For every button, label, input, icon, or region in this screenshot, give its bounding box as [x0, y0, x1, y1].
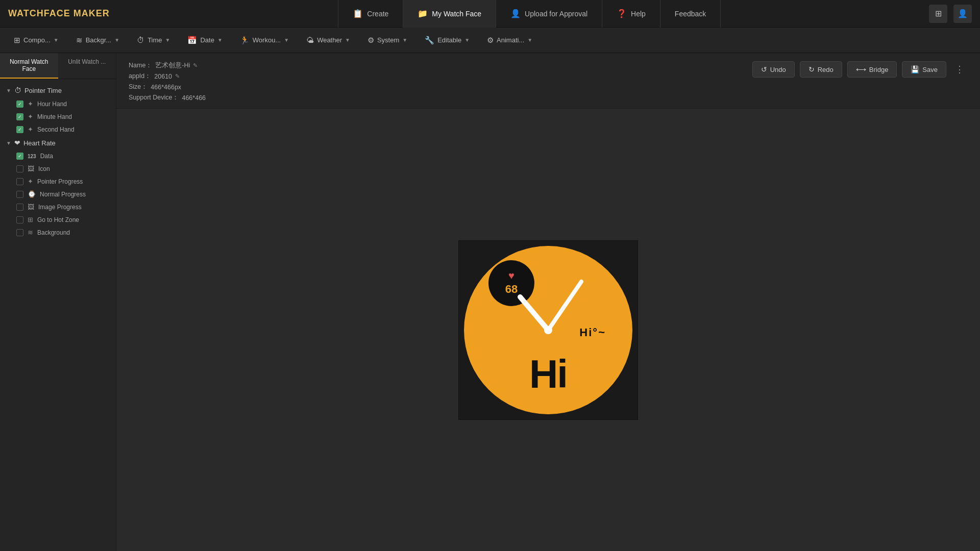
- pointer-progress-checkbox[interactable]: [16, 178, 23, 185]
- animation-icon: ⚙: [487, 36, 494, 45]
- tool-time[interactable]: ⏱ Time ▼: [129, 32, 178, 48]
- redo-icon: ↻: [808, 65, 815, 73]
- support-value: 466*466: [182, 94, 206, 102]
- pointer-progress-icon: ✦: [28, 178, 33, 185]
- icon-label: Icon: [38, 165, 110, 172]
- info-bar: Name： 艺术创意-Hi ✎ appId： 20610 ✎ Size： 466…: [116, 53, 980, 109]
- tree-item-pointer-progress[interactable]: ✦ Pointer Progress: [0, 175, 116, 188]
- icon-item-icon: 🖼: [28, 165, 34, 172]
- upload-icon: 👤: [510, 9, 521, 18]
- bridge-icon: ⟷: [856, 65, 866, 73]
- tool-date[interactable]: 📅 Date ▼: [180, 32, 230, 48]
- pointer-time-icon: ⏱: [14, 86, 21, 94]
- nav-help-label: Help: [631, 10, 646, 18]
- appid-edit-icon[interactable]: ✎: [175, 73, 180, 80]
- info-right: ↺ Undo ↻ Redo ⟷ Bridge 💾 Save ⋮: [752, 61, 968, 78]
- tree-item-image-progress[interactable]: 🖼 Image Progress: [0, 201, 116, 213]
- more-options-button[interactable]: ⋮: [951, 61, 968, 78]
- user-avatar[interactable]: 👤: [953, 5, 972, 23]
- system-icon: ⚙: [368, 36, 374, 45]
- time-icon: ⏱: [137, 36, 144, 44]
- tool-background[interactable]: ≋ Backgr... ▼: [68, 32, 127, 48]
- name-label: Name：: [129, 61, 152, 70]
- support-label: Support Device：: [129, 93, 179, 102]
- tree-group-heart-rate[interactable]: ▼ ❤ Heart Rate: [0, 136, 116, 150]
- hour-hand-checkbox[interactable]: [16, 101, 23, 108]
- nav-upload[interactable]: 👤 Upload for Approval: [496, 0, 602, 28]
- second-hand-label: Second Hand: [37, 126, 110, 133]
- undo-label: Undo: [770, 66, 786, 73]
- minute-hand-checkbox[interactable]: [16, 113, 23, 120]
- image-progress-checkbox[interactable]: [16, 204, 23, 211]
- tree-item-hour-hand[interactable]: ✦ Hour Hand: [0, 97, 116, 110]
- sidebar-background-label: Background: [37, 229, 110, 236]
- second-hand-checkbox[interactable]: [16, 126, 23, 133]
- info-left: Name： 艺术创意-Hi ✎ appId： 20610 ✎ Size： 466…: [129, 61, 206, 102]
- time-chevron: ▼: [165, 37, 170, 43]
- create-icon: 📋: [353, 9, 363, 18]
- tab-unlit-watch[interactable]: Unlit Watch ...: [58, 53, 116, 79]
- sidebar-background-checkbox[interactable]: [16, 229, 23, 236]
- redo-button[interactable]: ↻ Redo: [800, 61, 842, 78]
- editable-icon: 🔧: [425, 36, 434, 45]
- svg-point-2: [544, 326, 552, 334]
- my-watch-face-icon: 📁: [418, 9, 428, 18]
- nav-help[interactable]: ❓ Help: [602, 0, 660, 28]
- redo-label: Redo: [818, 66, 834, 73]
- pointer-progress-label: Pointer Progress: [37, 178, 110, 185]
- logo-text1: WATCHFACE: [8, 8, 70, 18]
- nav-my-watch-face[interactable]: 📁 My Watch Face: [403, 0, 496, 28]
- name-edit-icon[interactable]: ✎: [193, 62, 198, 69]
- grid-view-button[interactable]: ⊞: [929, 5, 947, 23]
- bridge-button[interactable]: ⟷ Bridge: [847, 61, 897, 78]
- sidebar-tree: ▼ ⏱ Pointer Time ✦ Hour Hand ✦ Minute Ha…: [0, 79, 116, 243]
- more-icon: ⋮: [955, 64, 964, 75]
- go-to-hot-zone-label: Go to Hot Zone: [37, 216, 110, 223]
- component-chevron: ▼: [54, 37, 59, 43]
- tab-normal-watch-face[interactable]: Normal Watch Face: [0, 53, 58, 79]
- size-label: Size：: [129, 83, 148, 91]
- editable-chevron: ▼: [464, 37, 470, 43]
- tool-editable[interactable]: 🔧 Editable ▼: [417, 32, 477, 48]
- go-to-hot-zone-checkbox[interactable]: [16, 216, 23, 223]
- info-appid-row: appId： 20610 ✎: [129, 72, 206, 81]
- tool-component-label: Compo...: [23, 36, 51, 44]
- nav-create[interactable]: 📋 Create: [338, 0, 403, 28]
- nav-my-watch-face-label: My Watch Face: [432, 10, 481, 18]
- info-support-row: Support Device： 466*466: [129, 93, 206, 102]
- hour-hand-icon: ✦: [28, 100, 33, 108]
- watch-hi-text: Hi: [529, 354, 567, 394]
- tool-animation[interactable]: ⚙ Animati... ▼: [479, 32, 540, 48]
- image-progress-label: Image Progress: [38, 204, 110, 211]
- name-value: 艺术创意-Hi: [155, 61, 190, 70]
- tool-weather[interactable]: 🌤 Weather ▼: [299, 32, 358, 48]
- tree-item-normal-progress[interactable]: ⌚ Normal Progress: [0, 188, 116, 201]
- canvas-area[interactable]: ♥ 68 Hi: [116, 109, 980, 551]
- tree-item-icon[interactable]: 🖼 Icon: [0, 162, 116, 175]
- tree-item-second-hand[interactable]: ✦ Second Hand: [0, 123, 116, 136]
- tree-item-background[interactable]: ≋ Background: [0, 226, 116, 239]
- date-icon: 📅: [187, 36, 197, 45]
- nav-links: 📋 Create 📁 My Watch Face 👤 Upload for Ap…: [130, 0, 929, 28]
- data-checkbox[interactable]: [16, 153, 23, 160]
- system-chevron: ▼: [402, 37, 407, 43]
- tree-item-go-to-hot-zone[interactable]: ⊞ Go to Hot Zone: [0, 213, 116, 226]
- tool-workout[interactable]: 🏃 Workou... ▼: [232, 32, 297, 48]
- tree-item-data[interactable]: 123 Data: [0, 150, 116, 162]
- watch-weather-text: Hi°~: [579, 326, 606, 339]
- heart-rate-icon: ❤: [14, 139, 20, 147]
- nav-feedback[interactable]: Feedback: [660, 0, 721, 28]
- icon-checkbox[interactable]: [16, 165, 23, 172]
- logo: WATCHFACE MAKER: [8, 8, 110, 19]
- tree-item-minute-hand[interactable]: ✦ Minute Hand: [0, 110, 116, 123]
- tool-time-label: Time: [148, 36, 162, 44]
- tree-group-pointer-time[interactable]: ▼ ⏱ Pointer Time: [0, 83, 116, 97]
- normal-progress-checkbox[interactable]: [16, 191, 23, 198]
- undo-button[interactable]: ↺ Undo: [752, 61, 795, 78]
- tool-component[interactable]: ⊞ Compo... ▼: [6, 32, 66, 48]
- tool-system[interactable]: ⚙ System ▼: [360, 32, 415, 48]
- data-item-icon: 123: [28, 154, 36, 159]
- sidebar: Normal Watch Face Unlit Watch ... ▼ ⏱ Po…: [0, 53, 116, 551]
- heart-rate-label: Heart Rate: [23, 139, 56, 147]
- save-button[interactable]: 💾 Save: [902, 61, 946, 78]
